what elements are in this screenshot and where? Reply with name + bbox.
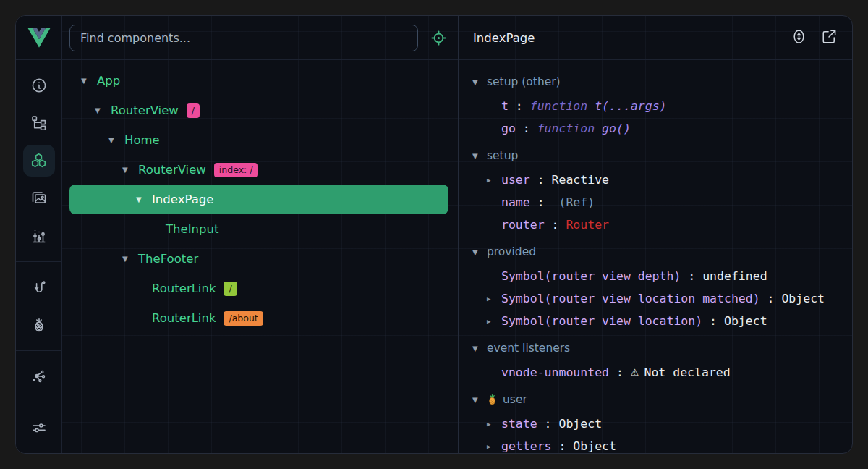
vue-logo (16, 16, 61, 60)
sidebar-item-timeline[interactable] (23, 220, 55, 252)
sidebar-item-overview[interactable] (23, 69, 55, 101)
tree-item-label: TheInput (166, 222, 218, 236)
state-value: Object (573, 439, 616, 453)
tree-item-label: TheFooter (138, 252, 198, 266)
state-value: t(...args) (595, 99, 666, 113)
state-key: user (501, 173, 530, 187)
key-value-separator: : (702, 314, 724, 328)
key-value-separator: : (530, 173, 552, 187)
inspector-title: IndexPage (473, 31, 791, 45)
chevron-down-icon[interactable]: ▼ (95, 106, 111, 114)
chevron-right-icon[interactable]: ▶ (487, 443, 501, 450)
route-badge: / (224, 282, 237, 296)
state-section-header[interactable]: ▼event listeners (459, 335, 852, 361)
chevron-down-icon[interactable]: ▼ (109, 136, 124, 144)
key-value-separator: : (609, 366, 631, 379)
state-value: Object (781, 292, 825, 305)
state-row: router : Router (459, 214, 852, 236)
state-key: go (501, 122, 516, 135)
sidebar-item-pinia[interactable] (23, 309, 55, 341)
state-row: ▶Symbol(router view location) : Object (459, 310, 852, 332)
state-key: state (501, 417, 537, 431)
state-value: (Ref) (552, 195, 595, 209)
tree-item[interactable]: RouterLink/ (69, 274, 448, 303)
key-value-separator: : (509, 99, 530, 113)
components-icon (30, 152, 48, 170)
chevron-right-icon[interactable]: ▶ (487, 177, 501, 184)
open-in-editor-button[interactable] (821, 28, 838, 48)
chevron-down-icon[interactable]: ▼ (136, 195, 152, 203)
state-section-label: provided (487, 245, 536, 258)
chevron-right-icon[interactable]: ▶ (487, 318, 501, 325)
state-row: Symbol(router view depth) : undefined (459, 265, 852, 287)
main-area: ▼App▼RouterView/▼Home▼RouterViewindex: /… (62, 16, 852, 453)
hierarchy-icon (30, 114, 48, 132)
router-icon (30, 279, 48, 296)
state-section-header[interactable]: ▼provided (459, 239, 852, 265)
state-value: go() (602, 122, 631, 135)
tree-item-label: RouterLink (152, 311, 216, 325)
state-row: t : function t(...args) (459, 95, 852, 117)
sidebar-group (16, 402, 61, 453)
chevron-down-icon[interactable]: ▼ (122, 255, 138, 263)
state-row: name : (Ref) (459, 191, 852, 214)
tree-item[interactable]: ▼TheFooter (69, 244, 448, 274)
state-value: undefined (702, 269, 767, 283)
tree-item-label: Home (124, 133, 160, 147)
scroll-icon (791, 28, 807, 48)
tree-item[interactable]: ▼Home (69, 125, 448, 155)
tree-item[interactable]: ▼RouterView/ (69, 96, 448, 125)
sidebar-group (16, 261, 61, 350)
tree-item[interactable]: ▼App (69, 66, 448, 96)
state-key: t (501, 99, 509, 113)
key-value-separator: : (545, 218, 566, 232)
chevron-down-icon[interactable]: ▼ (81, 77, 97, 85)
chevron-down-icon: ▼ (472, 78, 487, 86)
state-section-label: event listeners (487, 342, 570, 355)
state-key: getters (501, 439, 552, 453)
state-row: go : function go() (459, 117, 852, 140)
sidebar-item-components[interactable] (23, 145, 55, 177)
chevron-down-icon[interactable]: ▼ (122, 166, 138, 174)
sidebar-item-assets[interactable] (23, 182, 55, 214)
key-value-separator: : (530, 195, 552, 209)
state-section-label: setup (other) (487, 75, 561, 88)
search-input[interactable] (69, 25, 418, 51)
state-row: ▶getters : Object (459, 435, 852, 453)
warning-icon: ⚠ (631, 367, 639, 378)
state-row: vnode-unmounted : ⚠Not declared (459, 361, 852, 384)
tree-item[interactable]: TheInput (69, 214, 448, 244)
assets-icon (30, 190, 48, 207)
tree-header (62, 16, 458, 60)
sidebar-item-pages[interactable] (23, 107, 55, 139)
key-value-separator: : (516, 122, 537, 135)
chevron-down-icon: ▼ (472, 345, 487, 352)
tree-item-label: RouterView (111, 103, 179, 117)
state-value: Object (558, 417, 602, 431)
state-section-header[interactable]: ▼user (459, 386, 852, 413)
tree-item[interactable]: ▼RouterViewindex: / (69, 155, 448, 185)
tree-item[interactable]: RouterLink/about (69, 303, 448, 333)
pinia-icon (30, 316, 48, 334)
levels-icon (30, 227, 48, 245)
chevron-right-icon[interactable]: ▶ (487, 421, 501, 428)
target-icon[interactable] (430, 29, 448, 47)
scroll-to-component-button[interactable] (791, 28, 807, 48)
state-section-header[interactable]: ▼setup (459, 143, 852, 169)
info-icon (30, 77, 48, 94)
state-key: Symbol(router view location) (501, 314, 702, 328)
tree-item-label: RouterLink (152, 282, 216, 295)
state-value: Reactive (552, 173, 609, 187)
sidebar-item-graph[interactable] (23, 360, 55, 392)
component-tree-panel: ▼App▼RouterView/▼Home▼RouterViewindex: /… (62, 16, 459, 453)
sidebar-item-router[interactable] (23, 271, 55, 303)
key-value-separator: : (552, 439, 574, 453)
sidebar-item-settings[interactable] (23, 412, 55, 444)
state-section-label: user (503, 393, 527, 406)
tree-item-label: RouterView (138, 163, 206, 177)
tree-item[interactable]: ▼IndexPage (69, 185, 448, 214)
state-key: name (501, 195, 530, 209)
chevron-right-icon[interactable]: ▶ (487, 295, 501, 303)
state-value: function (530, 99, 595, 113)
state-section-header[interactable]: ▼setup (other) (459, 69, 852, 95)
